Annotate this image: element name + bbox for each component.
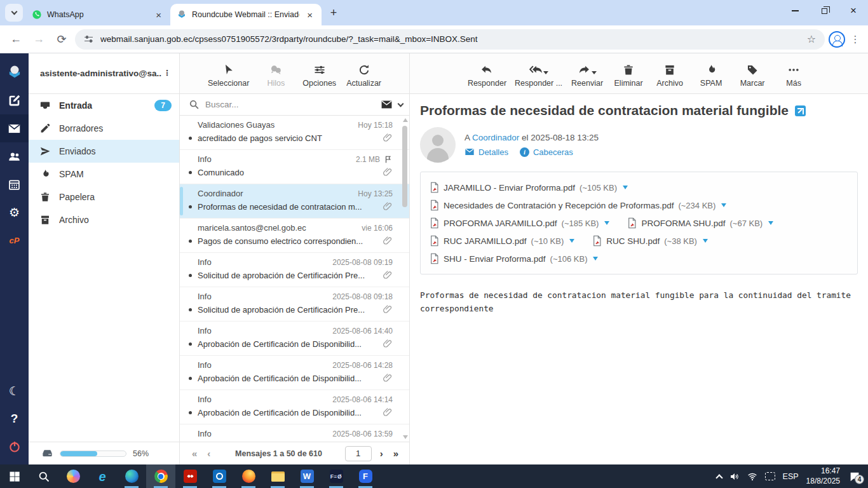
prev-page-button[interactable]: ‹ bbox=[203, 447, 214, 460]
details-link[interactable]: Detalles bbox=[465, 147, 508, 157]
reload-button[interactable]: ⟳ bbox=[52, 30, 71, 49]
folder-spam[interactable]: SPAM bbox=[29, 163, 179, 186]
volume-button[interactable] bbox=[729, 471, 740, 482]
forward-button[interactable]: → bbox=[29, 30, 48, 49]
archive-button[interactable]: Archivo bbox=[653, 62, 686, 88]
attachment-name[interactable]: JARAMILLO - Enviar Proforma.pdf bbox=[444, 183, 575, 193]
folder-entrada[interactable]: Entrada 7 bbox=[29, 94, 179, 117]
taskbar-outlook[interactable] bbox=[205, 464, 234, 488]
attachment-name[interactable]: PROFORMA SHU.pdf bbox=[641, 219, 725, 228]
attachment-menu-caret-icon[interactable] bbox=[604, 221, 609, 225]
attachment-menu-caret-icon[interactable] bbox=[623, 186, 628, 189]
refresh-button[interactable]: Actualizar bbox=[346, 62, 381, 88]
message-list-item[interactable]: Info 2025-08-06 13:59 bbox=[180, 424, 409, 442]
taskbar-chrome[interactable] bbox=[146, 464, 175, 488]
threads-button[interactable]: Hilos bbox=[259, 62, 292, 88]
attachment-menu-caret-icon[interactable] bbox=[593, 257, 598, 261]
message-list-item[interactable]: Info 2025-08-06 14:28 Aprobación de Cert… bbox=[180, 356, 409, 390]
taskbar-firefox[interactable] bbox=[234, 464, 263, 488]
taskbar-word[interactable]: W bbox=[292, 464, 322, 488]
search-scope-mail-icon[interactable] bbox=[381, 98, 393, 111]
language-indicator[interactable]: ESP bbox=[783, 472, 799, 481]
attachment-item[interactable]: PROFORMA SHU.pdf (~67 KB) bbox=[627, 217, 773, 229]
taskbar-start-button[interactable] bbox=[0, 464, 29, 488]
tab-roundcube[interactable]: Roundcube Webmail :: Enviados × bbox=[170, 4, 322, 25]
search-options-chevron-icon[interactable] bbox=[398, 100, 404, 107]
tab-search-button[interactable] bbox=[5, 4, 23, 22]
logout-button[interactable] bbox=[0, 433, 29, 461]
attachment-menu-caret-icon[interactable] bbox=[703, 239, 708, 243]
message-list-item[interactable]: Validaciones Guayas Hoy 15:18 acreditado… bbox=[180, 116, 409, 150]
folder-papelera[interactable]: Papelera bbox=[29, 186, 179, 208]
close-button[interactable]: × bbox=[839, 0, 868, 22]
tab-close-icon[interactable]: × bbox=[153, 9, 164, 21]
taskbar-copilot[interactable] bbox=[58, 464, 88, 488]
attachment-item[interactable]: RUC JARAMILLO.pdf (~10 KB) bbox=[430, 235, 574, 247]
list-scrollbar[interactable] bbox=[402, 117, 408, 440]
url-text[interactable]: webmail.sanjuan.gob.ec/cpsess0751905572/… bbox=[100, 34, 478, 44]
message-list-item[interactable]: Info 2025-08-06 14:40 Aprobación de Cert… bbox=[180, 322, 409, 356]
attachment-name[interactable]: SHU - Enviar Proforma.pdf bbox=[444, 254, 546, 264]
folder-borradores[interactable]: Borradores bbox=[29, 117, 179, 140]
taskbar-fso-app[interactable]: F≡Ø bbox=[322, 464, 351, 488]
help-button[interactable]: ? bbox=[0, 405, 29, 433]
attachment-name[interactable]: PROFORMA JARAMILLO.pdf bbox=[444, 219, 557, 228]
last-page-button[interactable]: » bbox=[389, 447, 402, 460]
compose-button[interactable] bbox=[0, 86, 29, 114]
attachment-name[interactable]: RUC JARAMILLO.pdf bbox=[444, 236, 527, 246]
notification-center-button[interactable]: 4 bbox=[848, 471, 862, 482]
dark-mode-button[interactable]: ☾ bbox=[0, 377, 29, 405]
profile-avatar-icon[interactable] bbox=[829, 31, 845, 48]
attachment-item[interactable]: PROFORMA JARAMILLO.pdf (~185 KB) bbox=[430, 217, 609, 229]
browser-menu-icon[interactable]: ⋮ bbox=[849, 34, 862, 45]
attachment-menu-caret-icon[interactable] bbox=[569, 239, 574, 243]
attachment-name[interactable]: RUC SHU.pdf bbox=[606, 236, 660, 246]
attachment-name[interactable]: Necesidades de Contratación y Recepción … bbox=[444, 201, 674, 210]
attachment-menu-caret-icon[interactable] bbox=[768, 221, 773, 225]
cpanel-button[interactable]: cP bbox=[0, 226, 29, 254]
next-page-button[interactable]: › bbox=[376, 447, 386, 460]
message-list-item[interactable]: Info 2.1 MB Comunicado bbox=[180, 150, 409, 184]
tab-close-icon[interactable]: × bbox=[304, 9, 315, 21]
bookmark-star-icon[interactable]: ☆ bbox=[807, 33, 816, 45]
folder-enviados[interactable]: Enviados bbox=[29, 140, 179, 163]
attachment-item[interactable]: SHU - Enviar Proforma.pdf (~106 KB) bbox=[430, 253, 598, 264]
new-tab-button[interactable]: + bbox=[325, 4, 342, 21]
message-list-item[interactable]: Coordinador Hoy 13:25 Proformas de neces… bbox=[180, 184, 409, 219]
more-button[interactable]: Más bbox=[777, 62, 810, 88]
clock[interactable]: 16:47 18/8/2025 bbox=[806, 466, 840, 486]
open-in-new-window-icon[interactable] bbox=[795, 105, 806, 116]
attachment-item[interactable]: JARAMILLO - Enviar Proforma.pdf (~105 KB… bbox=[430, 182, 628, 193]
page-input[interactable] bbox=[345, 446, 372, 461]
taskbar-edge[interactable] bbox=[117, 464, 146, 488]
attachment-item[interactable]: RUC SHU.pdf (~38 KB) bbox=[592, 235, 708, 247]
first-page-button[interactable]: « bbox=[187, 447, 200, 460]
message-list-item[interactable]: maricela.santos@cnel.gob.ec vie 16:06 Pa… bbox=[180, 219, 409, 253]
restore-button[interactable] bbox=[810, 0, 839, 22]
reply-all-button[interactable]: Responder ... bbox=[515, 62, 562, 88]
recipient-link[interactable]: Coordinador bbox=[472, 133, 519, 142]
omnibox[interactable]: webmail.sanjuan.gob.ec/cpsess0751905572/… bbox=[75, 29, 825, 50]
delete-button[interactable]: Eliminar bbox=[612, 62, 645, 88]
reply-button[interactable]: Responder bbox=[468, 62, 506, 88]
spam-button[interactable]: SPAM bbox=[695, 62, 728, 88]
forward-button[interactable]: Reenviar bbox=[571, 62, 604, 88]
calendar-nav-button[interactable] bbox=[0, 170, 29, 198]
account-menu-icon[interactable]: ⁝ bbox=[161, 71, 173, 75]
settings-nav-button[interactable]: ⚙ bbox=[0, 198, 29, 226]
mark-button[interactable]: Marcar bbox=[736, 62, 769, 88]
taskbar-forms-app[interactable]: F bbox=[351, 464, 380, 488]
message-list-item[interactable]: Info 2025-08-08 09:19 Solicitud de aprob… bbox=[180, 253, 409, 287]
headers-link[interactable]: i Cabeceras bbox=[520, 147, 573, 157]
attachment-menu-caret-icon[interactable] bbox=[721, 203, 726, 207]
taskbar-search-button[interactable] bbox=[29, 464, 58, 488]
wifi-button[interactable] bbox=[747, 471, 757, 482]
contacts-nav-button[interactable] bbox=[0, 142, 29, 170]
back-button[interactable]: ← bbox=[6, 30, 25, 49]
taskbar-internet-explorer[interactable]: e bbox=[88, 464, 117, 488]
message-list-item[interactable]: Info 2025-08-06 14:14 Aprobación de Cert… bbox=[180, 390, 409, 424]
folder-archivo[interactable]: Archivo bbox=[29, 208, 179, 231]
select-button[interactable]: Seleccionar bbox=[208, 62, 249, 88]
search-input[interactable] bbox=[205, 100, 375, 109]
tray-expand-button[interactable] bbox=[717, 473, 722, 480]
